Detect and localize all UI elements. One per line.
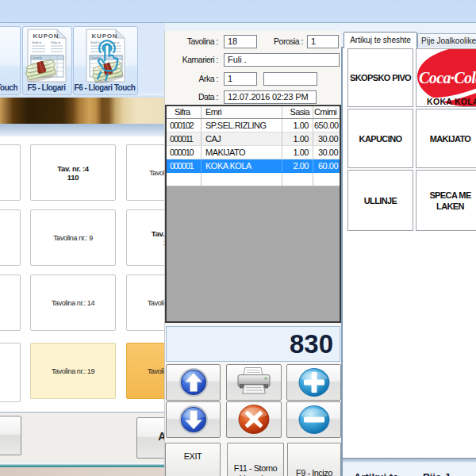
svg-text:Quantity: Quantity xyxy=(33,56,42,60)
svg-text:KOKA KOLA: KOKA KOLA xyxy=(427,97,476,106)
svg-text:Sold to: Sold to xyxy=(90,40,101,44)
svg-text:KUPON: KUPON xyxy=(33,33,60,40)
svg-text:Coca·Cola: Coca·Cola xyxy=(419,69,476,86)
svg-text:KUPON: KUPON xyxy=(92,33,118,40)
svg-text:Sold to: Sold to xyxy=(32,40,42,44)
svg-text:Ship to: Ship to xyxy=(51,40,61,44)
